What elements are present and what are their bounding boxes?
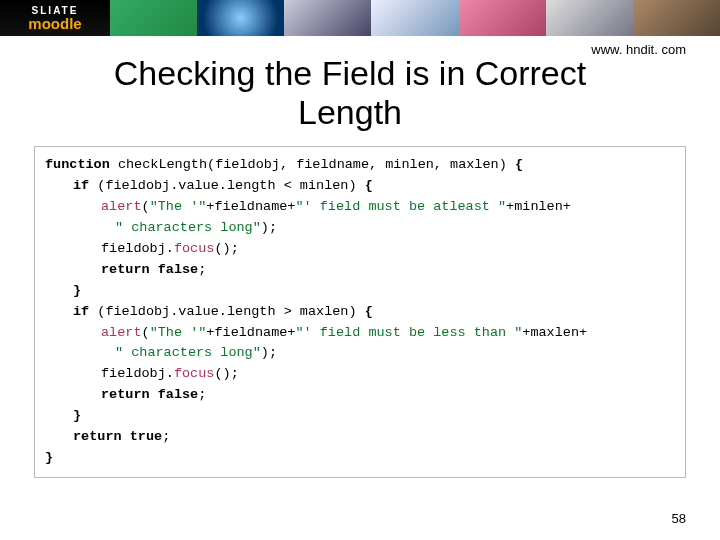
site-logo: SLIATE moodle bbox=[0, 0, 110, 36]
code-text: (fieldobj.value.length < minlen) bbox=[89, 178, 364, 193]
code-block: function checkLength(fieldobj, fieldname… bbox=[34, 146, 686, 478]
banner-image bbox=[110, 0, 197, 36]
code-func: focus bbox=[174, 366, 215, 381]
code-string: "' field must be less than " bbox=[295, 325, 522, 340]
code-text: ( bbox=[142, 325, 150, 340]
url-text: www. hndit. com bbox=[591, 42, 686, 57]
code-brace: } bbox=[73, 408, 81, 423]
banner-image bbox=[633, 0, 720, 36]
code-func: focus bbox=[174, 241, 215, 256]
page-number: 58 bbox=[672, 511, 686, 526]
code-text: +minlen+ bbox=[506, 199, 571, 214]
banner-image bbox=[284, 0, 371, 36]
code-text: checkLength(fieldobj, fieldname, minlen,… bbox=[110, 157, 515, 172]
code-string: " characters long" bbox=[115, 345, 261, 360]
logo-bottom-text: moodle bbox=[28, 16, 81, 31]
code-text: (); bbox=[214, 241, 238, 256]
code-text: ; bbox=[162, 429, 170, 444]
code-func: alert bbox=[101, 325, 142, 340]
banner-image bbox=[546, 0, 633, 36]
code-text: (); bbox=[214, 366, 238, 381]
code-text: ; bbox=[198, 262, 206, 277]
code-keyword: if bbox=[73, 178, 89, 193]
code-text: ); bbox=[261, 345, 277, 360]
code-brace: } bbox=[45, 450, 53, 465]
banner-image bbox=[459, 0, 546, 36]
code-text: fieldobj. bbox=[101, 366, 174, 381]
code-keyword: return false bbox=[101, 262, 198, 277]
code-keyword: return true bbox=[73, 429, 162, 444]
code-string: "The '" bbox=[150, 199, 207, 214]
slide-title: Checking the Field is in Correct Length bbox=[60, 54, 640, 132]
code-keyword: if bbox=[73, 304, 89, 319]
code-brace: { bbox=[365, 304, 373, 319]
banner-image bbox=[197, 0, 284, 36]
code-text: +fieldname+ bbox=[206, 325, 295, 340]
banner-image bbox=[371, 0, 458, 36]
logo-top-text: SLIATE bbox=[32, 6, 79, 16]
code-text: ; bbox=[198, 387, 206, 402]
code-keyword: return false bbox=[101, 387, 198, 402]
code-brace: { bbox=[365, 178, 373, 193]
code-string: " characters long" bbox=[115, 220, 261, 235]
code-string: "The '" bbox=[150, 325, 207, 340]
code-text: (fieldobj.value.length > maxlen) bbox=[89, 304, 364, 319]
code-string: "' field must be atleast " bbox=[295, 199, 506, 214]
code-text: +maxlen+ bbox=[522, 325, 587, 340]
code-func: alert bbox=[101, 199, 142, 214]
code-brace: { bbox=[515, 157, 523, 172]
code-text: +fieldname+ bbox=[206, 199, 295, 214]
banner-images bbox=[110, 0, 720, 36]
code-brace: } bbox=[73, 283, 81, 298]
banner-strip: SLIATE moodle bbox=[0, 0, 720, 36]
code-text: ); bbox=[261, 220, 277, 235]
code-text: ( bbox=[142, 199, 150, 214]
code-keyword: function bbox=[45, 157, 110, 172]
code-text: fieldobj. bbox=[101, 241, 174, 256]
